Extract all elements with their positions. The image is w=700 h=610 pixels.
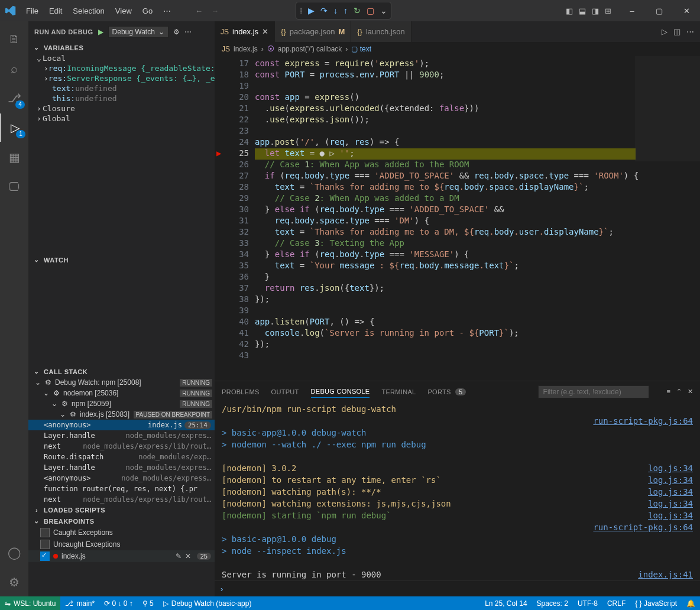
source-control-icon[interactable]: ⎇4 [0, 84, 28, 112]
status-bell-icon[interactable]: 🔔 [682, 599, 700, 608]
run-debug-icon[interactable]: ▷1 [0, 113, 29, 142]
stack-frame[interactable]: <anonymous>node_modules/express… [28, 473, 215, 484]
callstack-item[interactable]: ⌄⚙npm [25059]RUNNING [28, 398, 215, 409]
code-editor[interactable]: 1718192021222324▶25262728293031323334353… [215, 56, 700, 381]
step-over-icon[interactable]: ↷ [320, 6, 328, 15]
search-icon[interactable]: ⌕ [0, 54, 28, 83]
clear-console-icon[interactable]: ≡ [667, 388, 670, 395]
remove-icon[interactable]: ✕ [185, 552, 191, 560]
status-radio[interactable]: ⚲ 5 [138, 599, 158, 608]
maximize-button[interactable]: ▢ [646, 0, 673, 21]
more-icon[interactable]: ⋯ [686, 27, 694, 36]
more-icon[interactable]: ⋯ [184, 28, 192, 36]
status-language[interactable]: { } JavaScript [630, 599, 682, 608]
var-res[interactable]: ›res: ServerResponse {_events: {…}, _ev… [28, 73, 215, 83]
tab-index-js[interactable]: JSindex.js✕ [215, 21, 275, 42]
bp-file[interactable]: index.js ✎ ✕ 25 [28, 550, 215, 562]
edit-icon[interactable]: ✎ [176, 552, 182, 560]
close-icon[interactable]: ✕ [262, 27, 268, 36]
collapse-all-icon[interactable]: ⌃ [676, 388, 682, 395]
menu-view[interactable]: View [111, 4, 137, 18]
watch-header[interactable]: ⌄WATCH [28, 254, 215, 265]
continue-icon[interactable]: ▶ [308, 6, 315, 15]
stack-frame[interactable]: <anonymous>index.js25:14 [28, 420, 215, 430]
var-req[interactable]: ›req: IncomingMessage {_readableState: … [28, 63, 215, 73]
console-filter-input[interactable] [538, 385, 649, 398]
status-sync[interactable]: ⟳ 0 ↓ 0 ↑ [99, 599, 138, 608]
step-out-icon[interactable]: ↑ [343, 6, 348, 15]
close-panel-icon[interactable]: ✕ [688, 388, 693, 395]
minimap[interactable] [636, 56, 700, 161]
debug-console-input[interactable]: › [215, 580, 700, 596]
stack-frame[interactable]: Route.dispatchnode_modules/exp… [28, 452, 215, 462]
menu-go[interactable]: Go [138, 4, 157, 18]
toggle-primary-sidebar-icon[interactable]: ◧ [566, 7, 573, 15]
minimize-button[interactable]: – [618, 0, 646, 21]
menu-file[interactable]: File [21, 4, 43, 18]
breakpoints-header[interactable]: ⌄BREAKPOINTS [28, 515, 215, 527]
panel-tab-output[interactable]: OUTPUT [271, 386, 299, 398]
restart-icon[interactable]: ↻ [354, 6, 361, 15]
remote-explorer-icon[interactable]: 🖵 [0, 173, 28, 201]
step-into-icon[interactable]: ↓ [333, 6, 338, 15]
nav-back-icon[interactable]: ← [195, 7, 203, 15]
drag-handle-icon[interactable]: ⁞ [300, 6, 302, 15]
checkbox[interactable] [40, 540, 50, 549]
close-button[interactable]: ✕ [673, 0, 700, 21]
callstack-item[interactable]: ⌄⚙nodemon [25036]RUNNING [28, 388, 215, 398]
config-gear-icon[interactable]: ⚙ [173, 28, 180, 36]
bp-uncaught[interactable]: Uncaught Exceptions [28, 538, 215, 550]
status-eol[interactable]: CRLF [602, 599, 630, 608]
status-branch[interactable]: ⎇ main* [60, 599, 99, 608]
scope-global[interactable]: ›Global [28, 113, 215, 124]
breadcrumb[interactable]: JS index.js › ⦿ app.post('/') callback ›… [215, 42, 700, 56]
tab-launch-json[interactable]: {}launch.json [351, 21, 411, 42]
menu-selection[interactable]: Selection [68, 4, 109, 18]
start-debug-icon[interactable]: ▶ [98, 28, 103, 36]
stack-frame[interactable]: function router(req, res, next) {.pr [28, 484, 215, 494]
run-icon[interactable]: ▷ [662, 27, 667, 36]
toggle-panel-icon[interactable]: ⬓ [579, 7, 586, 15]
customize-layout-icon[interactable]: ⊞ [605, 7, 611, 15]
status-remote[interactable]: ⇋ WSL: Ubuntu [0, 596, 60, 610]
variables-header[interactable]: ⌄VARIABLES [28, 42, 215, 53]
status-spaces[interactable]: Spaces: 2 [532, 599, 573, 608]
stack-frame[interactable]: Layer.handlenode_modules/expres… [28, 462, 215, 473]
stack-frame[interactable]: Layer.handlenode_modules/expres… [28, 430, 215, 441]
split-icon[interactable]: ◫ [673, 27, 680, 36]
extensions-icon[interactable]: ▦ [0, 143, 28, 171]
tab-package-json[interactable]: {}package.jsonM [275, 21, 351, 42]
bp-caught[interactable]: Caught Exceptions [28, 527, 215, 538]
checkbox[interactable] [40, 528, 50, 537]
nav-forward-icon[interactable]: → [211, 7, 219, 15]
panel-tabs: PROBLEMS OUTPUT DEBUG CONSOLE TERMINAL P… [215, 381, 700, 402]
panel-tab-ports[interactable]: PORTS 5 [427, 386, 466, 398]
status-encoding[interactable]: UTF-8 [573, 599, 602, 608]
stack-frame[interactable]: nextnode_modules/express/lib/rout… [28, 494, 215, 505]
stack-frame[interactable]: nextnode_modules/express/lib/rout… [28, 441, 215, 452]
panel-tab-terminal[interactable]: TERMINAL [381, 386, 416, 398]
panel-tab-problems[interactable]: PROBLEMS [222, 386, 260, 398]
scope-closure[interactable]: ›Closure [28, 103, 215, 113]
stop-icon[interactable]: ▢ [367, 6, 374, 15]
loaded-scripts-header[interactable]: ›LOADED SCRIPTS [28, 505, 215, 515]
debug-console-output[interactable]: /usr/bin/npm run-script debug-watch run-… [215, 402, 700, 580]
explorer-icon[interactable]: 🗎 [0, 25, 28, 53]
callstack-header[interactable]: ⌄CALL STACK [28, 366, 215, 377]
checkbox-checked[interactable] [40, 551, 50, 561]
debug-dropdown-icon[interactable]: ⌄ [380, 6, 387, 15]
status-debug[interactable]: ▷ Debug Watch (basic-app) [158, 599, 257, 608]
callstack-item[interactable]: ⌄⚙index.js [25083]PAUSED ON BREAKPOINT [28, 409, 215, 420]
debug-config-select[interactable]: Debug Watch⌄ [108, 26, 168, 38]
scope-local[interactable]: ⌄Local [28, 53, 215, 63]
callstack-item[interactable]: ⌄⚙Debug Watch: npm [25008]RUNNING [28, 377, 215, 388]
accounts-icon[interactable]: ◯ [0, 538, 28, 567]
settings-gear-icon[interactable]: ⚙ [0, 568, 28, 596]
menu-edit[interactable]: Edit [44, 4, 67, 18]
panel-tab-debugconsole[interactable]: DEBUG CONSOLE [311, 385, 370, 398]
menu-more[interactable]: ⋯ [158, 4, 176, 18]
status-cursor[interactable]: Ln 25, Col 14 [480, 599, 532, 608]
var-text[interactable]: text: undefined [28, 83, 215, 93]
var-this[interactable]: this: undefined [28, 93, 215, 103]
toggle-secondary-sidebar-icon[interactable]: ◨ [592, 7, 599, 15]
